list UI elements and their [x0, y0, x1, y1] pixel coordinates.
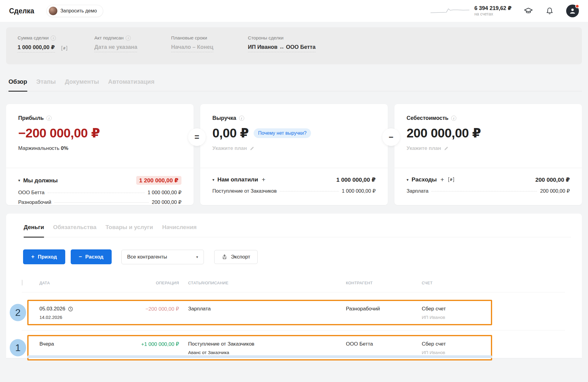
- margin-label: Маржинальность: [18, 145, 59, 151]
- income-value: 1 000 000,00 ₽: [342, 188, 376, 194]
- tab-stages[interactable]: Этапы: [36, 78, 56, 91]
- deal-parties-value[interactable]: ИП Иванов ↔ ООО Бетта: [248, 44, 316, 52]
- cost-plan-edit[interactable]: Укажите план: [407, 145, 570, 151]
- we-owe-title[interactable]: Мы должны: [23, 177, 58, 184]
- revenue-plan-edit[interactable]: Укажите план: [212, 145, 376, 151]
- deal-parties-label: Стороны сделки: [248, 35, 283, 41]
- tab-accruals[interactable]: Начисления: [162, 224, 197, 237]
- request-demo-label: Запросить демо: [60, 8, 97, 14]
- col-date: ДАТА: [39, 281, 127, 285]
- education-cap-icon[interactable]: [524, 6, 533, 16]
- tab-goods-services[interactable]: Товары и услуги: [106, 224, 153, 237]
- money-panel: Деньги Обязательства Товары и услуги Нач…: [6, 214, 582, 358]
- act-signed-block: Акт подписан i Дата не указана: [94, 35, 157, 54]
- act-signed-label: Акт подписан: [94, 35, 123, 41]
- deal-tabs: Обзор Этапы Документы Автоматизация: [6, 78, 582, 91]
- minus-operator: −: [382, 128, 400, 146]
- user-avatar[interactable]: [566, 5, 579, 17]
- next-row-edge: [27, 355, 492, 358]
- caret-down-icon[interactable]: ▾: [18, 178, 20, 183]
- expenses-title[interactable]: Расходы: [412, 176, 437, 183]
- account-owner: ИП Иванов: [422, 350, 491, 355]
- clock-icon: [68, 306, 73, 312]
- info-icon[interactable]: i: [239, 116, 244, 121]
- request-demo-button[interactable]: Запросить демо: [46, 5, 103, 17]
- bell-icon[interactable]: [545, 6, 554, 16]
- tab-money[interactable]: Деньги: [24, 224, 44, 238]
- transaction-row-planned-expense[interactable]: 05.03.2026 14.02.2026 −200 000,00 ₽ Зарп…: [27, 300, 492, 325]
- add-income-icon[interactable]: +: [262, 176, 265, 183]
- tab-obligations[interactable]: Обязательства: [53, 224, 96, 237]
- contractor-filter-value: Все контрагенты: [127, 254, 167, 260]
- plus-icon: +: [31, 254, 35, 260]
- add-income-button[interactable]: + Приход: [23, 249, 65, 264]
- transaction-contractor: Разнорабочий: [346, 306, 422, 312]
- annotation-marker-1: 1: [10, 339, 26, 357]
- deal-parties-block: Стороны сделки ИП Иванов ↔ ООО Бетта: [248, 35, 316, 54]
- deal-summary-bar: Сумма сделки i 1 000 000,00 ₽ ₽ Акт подп…: [6, 27, 582, 64]
- planned-dates-block: Плановые сроки Начало – Конец: [171, 35, 233, 54]
- balance-sparkline-chart: [430, 6, 470, 15]
- dotted-leader: [48, 193, 145, 193]
- debt-value: 200 000,00 ₽: [152, 199, 181, 205]
- transaction-note: Аванс от Заказчика: [188, 350, 337, 355]
- revenue-plan-label: Укажите план: [212, 145, 247, 151]
- debt-row[interactable]: ООО Бетта 1 000 000,00 ₽: [18, 190, 181, 195]
- debt-row[interactable]: Разнорабочий 200 000,00 ₽: [18, 199, 181, 205]
- revenue-title: Выручка: [212, 115, 236, 121]
- transaction-account: Сбер счет: [422, 306, 491, 312]
- info-icon[interactable]: i: [46, 116, 52, 121]
- info-icon[interactable]: i: [51, 35, 56, 41]
- deal-amount-block: Сумма сделки i 1 000 000,00 ₽ ₽: [18, 35, 80, 54]
- add-expense-icon[interactable]: +: [441, 176, 444, 183]
- info-icon[interactable]: i: [451, 116, 456, 121]
- money-actions: + Приход − Расход Все контрагенты ▾ Эксп…: [23, 249, 565, 264]
- no-revenue-hint-link[interactable]: Почему нет выручки?: [254, 128, 311, 138]
- expense-row[interactable]: Зарплата 200 000,00 ₽: [407, 188, 570, 194]
- transaction-amount: +1 000 000,00 ₽: [127, 341, 179, 347]
- add-expense-button[interactable]: − Расход: [71, 249, 112, 264]
- income-name: Поступление от Заказчиков: [212, 188, 277, 194]
- col-account: СЧЕТ: [422, 281, 565, 285]
- cost-title: Себестоимость: [407, 115, 448, 121]
- tab-documents[interactable]: Документы: [65, 78, 99, 91]
- export-button[interactable]: Экспорт: [214, 250, 258, 264]
- ruble-convert-icon[interactable]: ₽: [61, 46, 67, 51]
- act-signed-value[interactable]: Дата не указана: [94, 44, 137, 52]
- transaction-date: Вчера: [39, 341, 54, 347]
- deal-amount-value[interactable]: 1 000 000,00 ₽: [18, 44, 55, 52]
- transaction-row-wrap: 2 05.03.2026 14.02.2026 −200 000,00 ₽: [6, 300, 492, 325]
- accounts-balance[interactable]: 6 394 219,62 ₽ на счетах: [474, 5, 512, 17]
- profit-card: Прибыль i −200 000,00 ₽ Маржинальность 0…: [6, 104, 194, 205]
- balance-caption: на счетах: [474, 12, 512, 17]
- dotted-leader: [431, 191, 537, 191]
- manager-avatar: [49, 7, 57, 15]
- money-tabs: Деньги Обязательства Товары и услуги Нач…: [24, 224, 571, 237]
- export-label: Экспорт: [231, 254, 250, 260]
- ruble-convert-icon[interactable]: ₽: [448, 177, 455, 182]
- info-icon[interactable]: i: [126, 35, 131, 41]
- minus-icon: −: [79, 254, 82, 260]
- pencil-icon: [444, 146, 449, 151]
- tab-overview[interactable]: Обзор: [8, 78, 27, 92]
- transaction-category: Зарплата: [188, 306, 337, 312]
- top-bar-right: 6 394 219,62 ₽ на счетах: [430, 5, 579, 17]
- transaction-account: Сбер счет: [422, 341, 491, 347]
- kpi-cards-row: Прибыль i −200 000,00 ₽ Маржинальность 0…: [6, 104, 582, 205]
- table-header: ДАТА ОПЕРАЦИЯ СТАТЬЯ/ОПИСАНИЕ КОНТРАГЕНТ…: [22, 280, 565, 292]
- debt-name: Разнорабочий: [18, 199, 51, 205]
- income-row[interactable]: Поступление от Заказчиков 1 000 000,00 ₽: [212, 188, 376, 194]
- planned-dates-value[interactable]: Начало – Конец: [171, 44, 213, 52]
- cost-plan-label: Укажите план: [407, 145, 441, 151]
- planned-dates-label: Плановые сроки: [171, 35, 207, 41]
- contractor-filter-select[interactable]: Все контрагенты ▾: [121, 250, 204, 264]
- select-all-checkbox[interactable]: [22, 280, 22, 286]
- we-owe-total: 1 200 000,00 ₽: [136, 176, 181, 185]
- row-divider: [22, 330, 565, 330]
- caret-down-icon[interactable]: ▾: [407, 177, 409, 182]
- tab-automation[interactable]: Автоматизация: [108, 78, 154, 91]
- pencil-icon: [250, 146, 255, 151]
- paid-to-us-title[interactable]: Нам оплатили: [218, 176, 258, 183]
- caret-down-icon[interactable]: ▾: [212, 177, 215, 182]
- revenue-amount: 0,00 ₽: [212, 126, 249, 140]
